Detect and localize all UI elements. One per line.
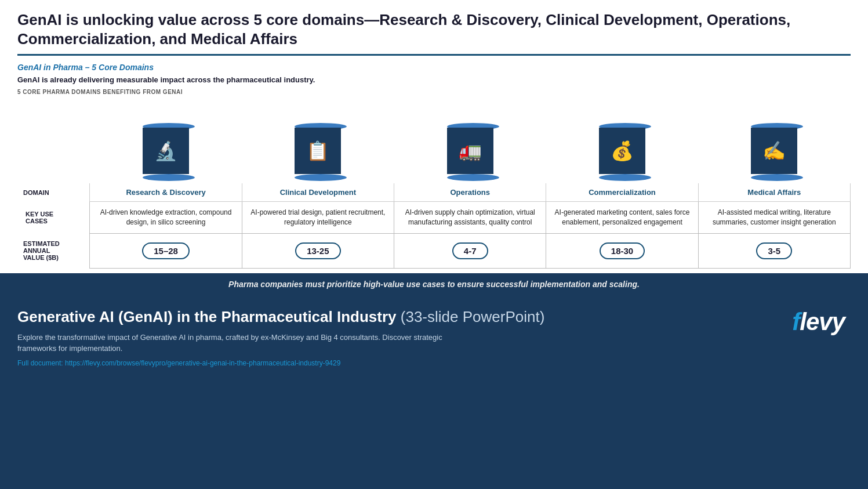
writing-icon: ✍️: [762, 140, 786, 162]
cylinder-medical: ✍️: [704, 106, 844, 181]
cylinder-commercial: 💰: [552, 106, 692, 181]
domain-name-clinical: Clinical Development: [242, 183, 394, 202]
value-row: ESTIMATEDANNUALVALUE ($B) 15–28 13-25 4-…: [17, 233, 851, 268]
blue-note-text: Pharma companies must prioritize high-va…: [228, 280, 640, 289]
bottom-link[interactable]: Full document: https://flevy.com/browse/…: [17, 359, 780, 367]
value-badge-clinical: 13-25: [295, 242, 340, 259]
bottom-section: Generative AI (GenAI) in the Pharmaceuti…: [0, 295, 868, 489]
domain-name-commercial: Commercialization: [546, 183, 698, 202]
subtitle-italic: GenAI in Pharma – 5 Core Domains: [17, 63, 851, 72]
blue-note-bar: Pharma companies must prioritize high-va…: [0, 273, 868, 295]
value-label: ESTIMATEDANNUALVALUE ($B): [17, 233, 90, 268]
value-badge-medical: 3-5: [756, 242, 792, 259]
domain-label: DOMAIN: [17, 183, 90, 202]
subtitle-bold: GenAI is already delivering measurable i…: [17, 75, 851, 84]
clipboard-icon: 📋: [306, 140, 329, 162]
top-section: GenAI is unlocking value across 5 core d…: [0, 0, 868, 295]
domain-name-research: Research & Discovery: [90, 183, 242, 202]
flevy-slash-f: f: [792, 308, 800, 335]
bottom-text-area: Generative AI (GenAI) in the Pharmaceuti…: [17, 308, 780, 367]
empty-label-icon: [17, 101, 90, 183]
main-container: GenAI is unlocking value across 5 core d…: [0, 0, 868, 489]
value-cell-clinical: 13-25: [242, 233, 394, 268]
cyl-body-comm: 💰: [599, 128, 645, 174]
use-case-commercial: AI-generated marketing content, sales fo…: [546, 202, 698, 234]
cyl-body-research: 🔬: [143, 128, 189, 174]
cyl-medical: ✍️: [751, 123, 797, 181]
use-case-label: KEY USECASES: [17, 202, 90, 234]
cyl-body-med: ✍️: [751, 128, 797, 174]
flevy-text-main: levy: [800, 308, 845, 335]
value-cell-medical: 3-5: [698, 233, 850, 268]
cyl-bottom-med: [751, 174, 803, 181]
bottom-description: Explore the transformative impact of Gen…: [17, 332, 470, 354]
domain-name-medical: Medical Affairs: [698, 183, 850, 202]
cyl-research: 🔬: [143, 123, 189, 181]
domain-name-row: DOMAIN Research & Discovery Clinical Dev…: [17, 183, 851, 202]
use-case-medical: AI-assisted medical writing, literature …: [698, 202, 850, 234]
domains-table: 🔬 📋: [17, 101, 851, 269]
main-title: GenAI is unlocking value across 5 core d…: [17, 10, 851, 56]
icon-cell-operations: 🚛: [394, 101, 546, 183]
icon-cell-clinical: 📋: [242, 101, 394, 183]
value-cell-operations: 4-7: [394, 233, 546, 268]
cyl-body-ops: 🚛: [447, 128, 493, 174]
value-cell-research: 15–28: [90, 233, 242, 268]
value-badge-commercial: 18-30: [600, 242, 645, 259]
dollar-icon: 💰: [611, 140, 634, 162]
icon-row: 🔬 📋: [17, 101, 851, 183]
cyl-commercial: 💰: [599, 123, 645, 181]
bottom-title-paren-text: (33-slide PowerPoint): [401, 308, 545, 325]
cyl-operations: 🚛: [447, 123, 493, 181]
cyl-bottom-research: [143, 174, 195, 181]
cyl-bottom-comm: [599, 174, 651, 181]
icon-cell-research: 🔬: [90, 101, 242, 183]
cylinder-clinical: 📋: [248, 106, 388, 181]
bottom-title: Generative AI (GenAI) in the Pharmaceuti…: [17, 308, 780, 326]
icon-cell-commercial: 💰: [546, 101, 698, 183]
cylinder-operations: 🚛: [400, 106, 540, 181]
use-case-clinical: AI-powered trial design, patient recruit…: [242, 202, 394, 234]
microscope-icon: 🔬: [154, 140, 177, 162]
cyl-bottom-ops: [447, 174, 499, 181]
section-label: 5 CORE PHARMA DOMAINS BENEFITING FROM GE…: [17, 89, 851, 95]
domain-name-operations: Operations: [394, 183, 546, 202]
bottom-title-main: Generative AI (GenAI) in the Pharmaceuti…: [17, 308, 397, 325]
icon-cell-medical: ✍️: [698, 101, 850, 183]
cyl-clinical: 📋: [295, 123, 341, 181]
use-case-operations: AI-driven supply chain optimization, vir…: [394, 202, 546, 234]
use-case-research: AI-driven knowledge extraction, compound…: [90, 202, 242, 234]
cyl-body-clinical: 📋: [295, 128, 341, 174]
value-badge-research: 15–28: [142, 242, 190, 259]
value-badge-operations: 4-7: [452, 242, 488, 259]
truck-icon: 🚛: [459, 140, 482, 162]
cyl-bottom-clinical: [295, 174, 347, 181]
estimated-annual-value-label: ESTIMATEDANNUALVALUE ($B): [23, 240, 83, 261]
flevy-logo-text: flevy: [792, 308, 845, 336]
flevy-logo: flevy: [792, 308, 851, 336]
cylinder-research: 🔬: [96, 106, 236, 181]
value-cell-commercial: 18-30: [546, 233, 698, 268]
use-case-row: KEY USECASES AI-driven knowledge extract…: [17, 202, 851, 234]
key-use-cases-label: KEY USECASES: [26, 211, 81, 224]
